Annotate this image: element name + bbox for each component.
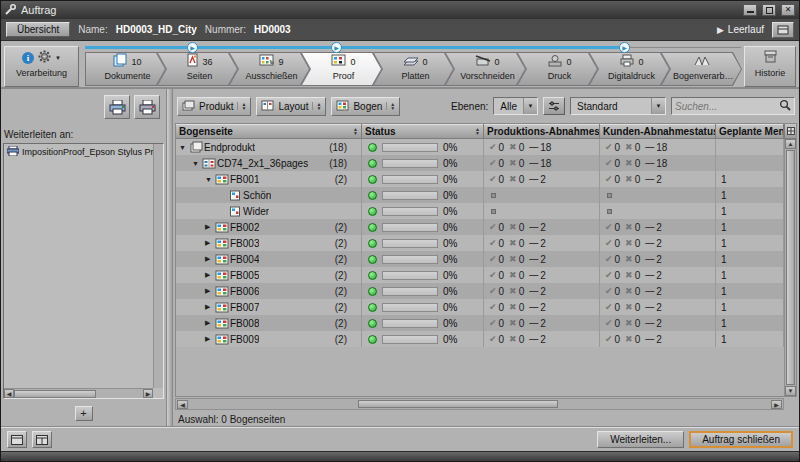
- table-row[interactable]: Schön 0% 1: [176, 187, 784, 203]
- workflow-step[interactable]: 0 Proof: [301, 52, 382, 86]
- workflow-step[interactable]: 0 Druck: [517, 52, 598, 86]
- sort-icon[interactable]: ▲▼: [473, 127, 480, 135]
- single-view-button[interactable]: [7, 431, 27, 448]
- column-config-button[interactable]: [784, 124, 796, 139]
- add-target-button[interactable]: +: [75, 406, 93, 421]
- proof-printer-button[interactable]: [104, 95, 130, 119]
- workflow-step[interactable]: 0 Vorschneiden: [445, 52, 526, 86]
- column-header-status[interactable]: Status ▲▼: [362, 124, 484, 139]
- list-item[interactable]: ImpositionProof_Epson Stylus Pro 7900: [4, 144, 153, 160]
- table-row[interactable]: ▼ CD74_2x1_36pages (18) 0% ✔0✖0—18 ✔0✖0—…: [176, 155, 784, 171]
- scroll-down-icon[interactable]: ▼: [785, 386, 796, 396]
- table-row[interactable]: ▶ FB009 (2) 0% ✔0✖0—2 ✔0✖0—2 1: [176, 331, 784, 347]
- forward-target-list[interactable]: ImpositionProof_Epson Stylus Pro 7900 ◀ …: [3, 143, 164, 399]
- expander-icon[interactable]: ▼: [205, 176, 214, 183]
- table-row[interactable]: ▶ FB008 (2) 0% ✔0✖0—2 ✔0✖0—2 1: [176, 315, 784, 331]
- maximize-button[interactable]: [762, 4, 776, 16]
- open-dash-icon: —: [529, 222, 538, 232]
- chevron-down-icon[interactable]: ▼: [651, 98, 665, 114]
- table-header: Bogenseite ▲▼ Status ▲▼ Produktions-Abna…: [176, 124, 784, 139]
- sort-updown-icon[interactable]: ▲▼: [386, 102, 395, 110]
- column-header-kunden-abnahmestatus[interactable]: Kunden-Abnahmestatus ▲▼: [600, 124, 716, 139]
- table-row[interactable]: ▶ FB006 (2) 0% ✔0✖0—2 ✔0✖0—2 1: [176, 283, 784, 299]
- workflow-step[interactable]: 0 Digitaldruck: [589, 52, 670, 86]
- sheet-view-button[interactable]: Bogen ▲▼: [331, 97, 400, 116]
- scroll-right-icon[interactable]: ▶: [143, 389, 153, 398]
- expander-icon[interactable]: ▶: [205, 287, 214, 295]
- processing-panel[interactable]: i ▼ Verarbeitung: [4, 46, 79, 87]
- scroll-thumb[interactable]: [14, 390, 96, 398]
- history-panel[interactable]: Historie: [744, 46, 796, 87]
- scroll-right-icon[interactable]: ▶: [771, 400, 782, 409]
- progress-percent: 0%: [443, 190, 457, 201]
- sort-updown-icon[interactable]: ▲▼: [237, 102, 246, 110]
- scroll-left-icon[interactable]: ◀: [4, 389, 14, 398]
- column-header-produktions-abnahmestatus[interactable]: Produktions-Abnahmestat... ▲▼: [484, 124, 600, 139]
- column-header-bogenseite[interactable]: Bogenseite ▲▼: [176, 124, 362, 139]
- expander-icon[interactable]: ▶: [205, 239, 214, 247]
- product-view-button[interactable]: Produkt ▲▼: [177, 97, 251, 116]
- table-row[interactable]: ▶ FB005 (2) 0% ✔0✖0—2 ✔0✖0—2 1: [176, 267, 784, 283]
- forward-button[interactable]: Weiterleiten...: [597, 431, 684, 448]
- expander-icon[interactable]: ▶: [205, 319, 214, 327]
- workflow-step[interactable]: 0 Platten: [373, 52, 454, 86]
- layers-value: Alle: [494, 101, 523, 112]
- table-row[interactable]: Wider 0% 1: [176, 203, 784, 219]
- status-green-dot: [368, 159, 377, 168]
- customer-approval-cell: ✔0✖0—2: [600, 219, 716, 235]
- overview-button[interactable]: Übersicht: [6, 22, 70, 37]
- color-printer-button[interactable]: [134, 95, 160, 119]
- filter-settings-button[interactable]: [543, 97, 565, 115]
- sidebar-horizontal-scrollbar[interactable]: ◀ ▶: [4, 388, 153, 398]
- table-vertical-scrollbar[interactable]: ▲ ▼: [784, 139, 796, 396]
- sort-icon[interactable]: ▲▼: [351, 127, 358, 135]
- scroll-up-icon[interactable]: ▲: [785, 139, 796, 149]
- scroll-left-icon[interactable]: ◀: [177, 400, 188, 409]
- production-approval-cell: [484, 203, 600, 219]
- close-job-button[interactable]: Auftrag schließen: [689, 431, 793, 448]
- scroll-thumb[interactable]: [786, 150, 795, 385]
- sort-updown-icon[interactable]: ▲▼: [312, 102, 321, 110]
- search-input[interactable]: [675, 101, 779, 112]
- workflow-step[interactable]: Bogenverarbeitung: [661, 52, 742, 86]
- layout-view-button[interactable]: Layout ▲▼: [256, 97, 326, 116]
- row-type-icon: [214, 318, 230, 329]
- row-label: FB007: [230, 302, 259, 313]
- chevron-down-icon[interactable]: ▼: [523, 98, 537, 114]
- expander-icon[interactable]: ▶: [205, 303, 214, 311]
- minimize-button[interactable]: [743, 4, 757, 16]
- expander-icon[interactable]: ▶: [205, 255, 214, 263]
- workflow-step[interactable]: 10 Dokumente: [85, 52, 166, 86]
- table-row[interactable]: ▶ FB004 (2) 0% ✔0✖0—2 ✔0✖0—2 1: [176, 251, 784, 267]
- progress-bar: [382, 287, 438, 296]
- row-label: CD74_2x1_36pages: [217, 158, 308, 169]
- history-label: Historie: [745, 68, 795, 78]
- expander-icon[interactable]: ▶: [205, 335, 214, 343]
- customer-approval-cell: ✔0✖0—2: [600, 315, 716, 331]
- layers-select[interactable]: Alle ▼: [493, 97, 538, 115]
- expander-icon[interactable]: ▶: [205, 223, 214, 231]
- workflow-step[interactable]: 36 Seiten: [157, 52, 238, 86]
- split-view-button[interactable]: [32, 431, 52, 448]
- table-row[interactable]: ▼ FB001 (2) 0% ✔0✖0—2 ✔0✖0—2 1: [176, 171, 784, 187]
- table-row[interactable]: ▼ Endprodukt (18) 0% ✔0✖0—18 ✔0✖0—18: [176, 139, 784, 155]
- scroll-thumb[interactable]: [358, 400, 558, 408]
- planned-quantity-cell: 1: [716, 235, 784, 251]
- expander-icon[interactable]: ▼: [179, 144, 188, 151]
- pending-dot-icon: [491, 193, 496, 198]
- preset-select[interactable]: Standard ▼: [570, 97, 666, 115]
- expander-icon[interactable]: ▼: [192, 160, 201, 167]
- job-options-button[interactable]: [772, 22, 794, 38]
- column-header-geplante-menge[interactable]: Geplante Menge: [716, 124, 784, 139]
- expander-icon[interactable]: ▶: [205, 271, 214, 279]
- search-icon[interactable]: [779, 99, 791, 113]
- table-row[interactable]: ▶ FB002 (2) 0% ✔0✖0—2 ✔0✖0—2 1: [176, 219, 784, 235]
- table-row[interactable]: ▶ FB003 (2) 0% ✔0✖0—2 ✔0✖0—2 1: [176, 235, 784, 251]
- sidebar-vertical-scrollbar[interactable]: [153, 144, 163, 388]
- workflow-step[interactable]: 9 Ausschießen: [229, 52, 310, 86]
- panel-splitter[interactable]: [166, 89, 173, 427]
- table-row[interactable]: ▶ FB007 (2) 0% ✔0✖0—2 ✔0✖0—2 1: [176, 299, 784, 315]
- approved-icon: ✔: [489, 286, 497, 296]
- table-horizontal-scrollbar[interactable]: ◀ ▶: [175, 398, 784, 410]
- close-button[interactable]: ✕: [781, 4, 795, 16]
